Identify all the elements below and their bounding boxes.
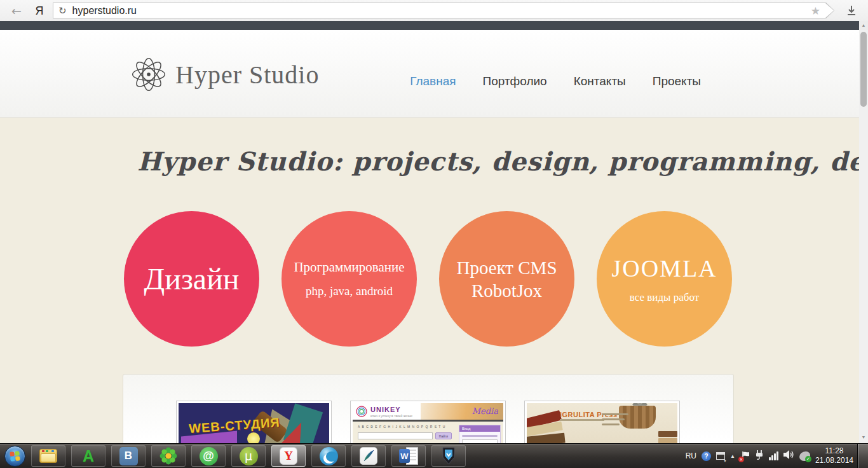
action-center-error-badge: ✕ (738, 457, 744, 462)
taskbar-vk-button[interactable]: B (111, 445, 146, 467)
screen: ← Я ↻ hyperstudio.ru ★ ▲ ▼ (0, 0, 868, 468)
site-header: Hyper Studio Главная Портфолио Контакты … (0, 30, 859, 118)
circle-design-title: Дизайн (144, 261, 239, 296)
circle-programming-title: Программирование (294, 259, 404, 275)
refresh-icon[interactable]: ↻ (58, 5, 67, 17)
action-center-flag-icon[interactable]: ✕ (740, 451, 750, 461)
scrollbar-track[interactable]: ▼ (859, 30, 868, 443)
circle-joomla-subtitle: все виды работ (630, 291, 699, 304)
circle-robotjox[interactable]: Проект CMS RobotJox (439, 211, 574, 347)
show-desktop-button[interactable] (857, 444, 868, 468)
circle-joomla[interactable]: JOOMLA все виды работ (597, 211, 732, 347)
scrollbar-up-arrow[interactable]: ▲ (859, 21, 868, 30)
browser-toolbar: ← Я ↻ hyperstudio.ru ★ (0, 0, 868, 21)
address-bar[interactable]: ↻ hyperstudio.ru ★ (53, 3, 834, 18)
green-check-badge: ✓ (805, 456, 811, 462)
icq-flower-icon (159, 447, 177, 465)
site-logo-text: Hyper Studio (175, 60, 319, 90)
scrollbar-thumb[interactable] (860, 32, 867, 107)
power-plug-icon[interactable] (755, 450, 764, 462)
taskbar-mail-agent-button[interactable]: @ (191, 445, 226, 467)
circle-robotjox-title: Проект CMS (456, 256, 557, 279)
scrollbar-down-arrow[interactable]: ▼ (859, 435, 868, 439)
unikey-tagline: ключ к успеху в твоей жизни (370, 414, 412, 418)
explorer-folder-icon (39, 449, 57, 463)
circle-programming[interactable]: Программирование php, java, android (281, 211, 417, 347)
page-viewport: Hyper Studio Главная Портфолио Контакты … (0, 30, 859, 468)
hidden-icons-expander[interactable]: ▲ (730, 453, 735, 459)
globe-swirl (326, 451, 337, 462)
igrulita-text-line (602, 423, 620, 425)
unikey-login-header: Вход (459, 425, 500, 432)
nav-item-kontakty[interactable]: Контакты (574, 74, 626, 88)
taskbar-blue-globe-button[interactable] (311, 445, 346, 467)
window-layout-icon[interactable]: ▼ (716, 452, 725, 460)
igrulita-text-line (602, 418, 625, 420)
download-arrow-icon (846, 5, 857, 17)
mail-agent-icon: @ (200, 447, 218, 465)
igrulita-brand-subline (560, 419, 604, 421)
unikey-search-button: Найти (435, 432, 452, 439)
taskbar-feather-app-button[interactable] (351, 445, 386, 467)
unikey-media-label: Media (472, 406, 498, 416)
igrulita-text-line (602, 413, 628, 415)
clock-time: 11:28 (815, 446, 853, 456)
security-check-icon[interactable]: ✓ (799, 451, 810, 461)
circle-design[interactable]: Дизайн (124, 211, 259, 347)
taskbar-word-button[interactable]: W (391, 445, 426, 467)
language-indicator[interactable]: RU (686, 451, 696, 460)
download-master-icon (442, 447, 456, 465)
unikey-header: UNIKEY ключ к успеху в твоей жизни Media (353, 403, 503, 420)
taskbar: A B @ µ Y (0, 443, 868, 468)
unikey-search-input (358, 432, 433, 439)
atom-logo-icon (130, 55, 168, 93)
downloads-icon[interactable] (844, 4, 859, 18)
utorrent-icon: µ (240, 447, 258, 465)
taskbar-aimp-button[interactable]: A (71, 445, 105, 467)
taskbar-explorer-button[interactable] (31, 445, 65, 467)
nav-item-portfolio[interactable]: Портфолио (483, 74, 547, 88)
taskbar-clock[interactable]: 11:28 21.08.2014 (815, 446, 853, 465)
unikey-alphabet-row: A B C D E F G H I J K L M N O P Q R S T … (358, 425, 447, 429)
igrulita-basket (619, 406, 656, 429)
browser-bookmarks-strip (0, 21, 859, 30)
yandex-browser-icon: Y (280, 447, 297, 465)
services-circles: Дизайн Программирование php, java, andro… (124, 211, 732, 347)
taskbar-download-master-button[interactable] (431, 445, 466, 467)
taskbar-icq-button[interactable] (151, 445, 186, 467)
feather-app-icon (360, 447, 377, 465)
blue-globe-icon (320, 447, 338, 465)
taskbar-yandex-browser-button[interactable]: Y (271, 445, 306, 467)
main-nav: Главная Портфолио Контакты Проекты (410, 74, 701, 88)
unikey-login-links (462, 435, 498, 437)
page-headline: Hyper Studio: projects, design, programm… (137, 146, 741, 176)
vk-icon: B (119, 447, 138, 465)
address-bar-field[interactable]: ↻ hyperstudio.ru (53, 3, 834, 18)
circle-joomla-title: JOOMLA (611, 254, 717, 282)
word-icon: W (399, 447, 418, 465)
help-question-icon[interactable]: ? (702, 451, 711, 461)
aimp-icon: A (83, 447, 94, 465)
cat-ear (632, 403, 639, 405)
windows-flag-icon (10, 451, 21, 462)
start-button[interactable] (4, 446, 25, 467)
site-logo[interactable]: Hyper Studio (130, 55, 319, 93)
cat-ear (641, 403, 648, 405)
nav-item-glavnaya[interactable]: Главная (410, 74, 456, 88)
url-text[interactable]: hyperstudio.ru (72, 5, 137, 17)
circle-robotjox-subtitle: RobotJox (471, 279, 542, 302)
unikey-divider (353, 420, 503, 422)
unikey-logo-icon (355, 405, 368, 418)
volume-speaker-icon[interactable] (783, 450, 794, 462)
network-signal-icon[interactable] (769, 451, 778, 460)
circle-programming-subtitle: php, java, android (306, 284, 393, 298)
back-icon[interactable]: ← (9, 3, 24, 18)
nav-item-proekty[interactable]: Проекты (653, 74, 701, 88)
bookmark-star-icon[interactable]: ★ (811, 4, 820, 17)
system-tray: RU ? ▼ ▲ ✕ (686, 450, 810, 462)
clock-date: 21.08.2014 (815, 456, 853, 465)
yandex-menu-button[interactable]: Я (32, 3, 47, 18)
taskbar-utorrent-button[interactable]: µ (231, 445, 266, 467)
unikey-brand: UNIKEY (370, 406, 401, 413)
